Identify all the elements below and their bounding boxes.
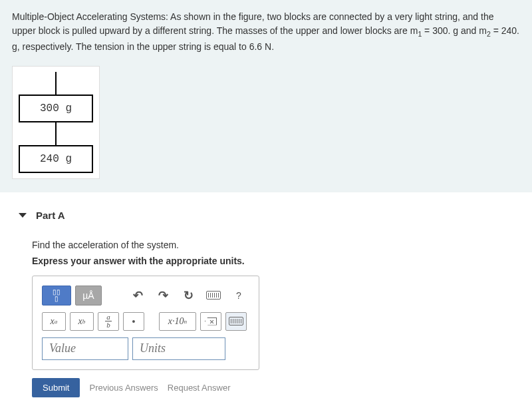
request-answer-link[interactable]: Request Answer	[168, 383, 231, 393]
middle-string	[55, 122, 57, 145]
keyboard2-icon	[229, 317, 243, 325]
problem-text: Multiple-Object Accelerating Systems: As…	[12, 10, 520, 54]
prompt-text: Find the acceleration of the system.	[32, 240, 500, 250]
submit-button[interactable]: Submit	[32, 378, 80, 397]
upper-string	[55, 72, 57, 95]
button-row: Submit Previous Answers Request Answer	[32, 378, 500, 397]
toolbar-row-1: ▯▯▯ µÅ ↶ ↷ ↻ ?	[42, 286, 249, 305]
value-input[interactable]	[42, 337, 128, 360]
superscript-button[interactable]: xa	[42, 312, 66, 331]
figure-inner: 300 g 240 g	[19, 72, 92, 173]
caret-down-icon	[19, 213, 27, 218]
subscript-button[interactable]: xb	[70, 312, 94, 331]
answer-box: ▯▯▯ µÅ ↶ ↷ ↻ ? xa xb ab • x·10n	[32, 276, 259, 370]
keyboard-icon	[206, 291, 221, 300]
delete-icon	[205, 317, 217, 325]
delete-button[interactable]	[200, 312, 221, 331]
part-header[interactable]: Part A	[0, 199, 532, 232]
redo-button[interactable]: ↷	[152, 286, 174, 305]
reset-icon: ↻	[184, 288, 194, 303]
redo-icon: ↷	[158, 288, 168, 303]
part-body: Find the acceleration of the system. Exp…	[0, 240, 532, 404]
units-input[interactable]	[132, 337, 225, 360]
figure: 300 g 240 g	[12, 66, 100, 179]
lower-block: 240 g	[19, 145, 93, 173]
upper-block: 300 g	[19, 95, 93, 122]
special-chars-button[interactable]: µÅ	[75, 286, 102, 305]
help-button[interactable]: ?	[228, 286, 249, 305]
dot-button[interactable]: •	[123, 312, 144, 331]
fraction-button[interactable]: ab	[98, 312, 119, 331]
keyboard-button[interactable]	[203, 286, 224, 305]
toolbar-row-2: xa xb ab • x·10n	[42, 312, 249, 331]
templates-button[interactable]: ▯▯▯	[42, 286, 71, 305]
value-row	[42, 337, 249, 360]
problem-statement: Multiple-Object Accelerating Systems: As…	[0, 0, 532, 192]
instruction-text: Express your answer with the appropriate…	[32, 256, 500, 266]
previous-answers-link[interactable]: Previous Answers	[89, 383, 158, 393]
reset-button[interactable]: ↻	[178, 286, 199, 305]
scientific-button[interactable]: x·10n	[159, 312, 196, 331]
undo-button[interactable]: ↶	[127, 286, 148, 305]
keyboard2-button[interactable]	[225, 312, 247, 331]
undo-icon: ↶	[133, 288, 143, 303]
part-title: Part A	[36, 210, 65, 221]
templates-icon: ▯▯▯	[53, 289, 61, 302]
